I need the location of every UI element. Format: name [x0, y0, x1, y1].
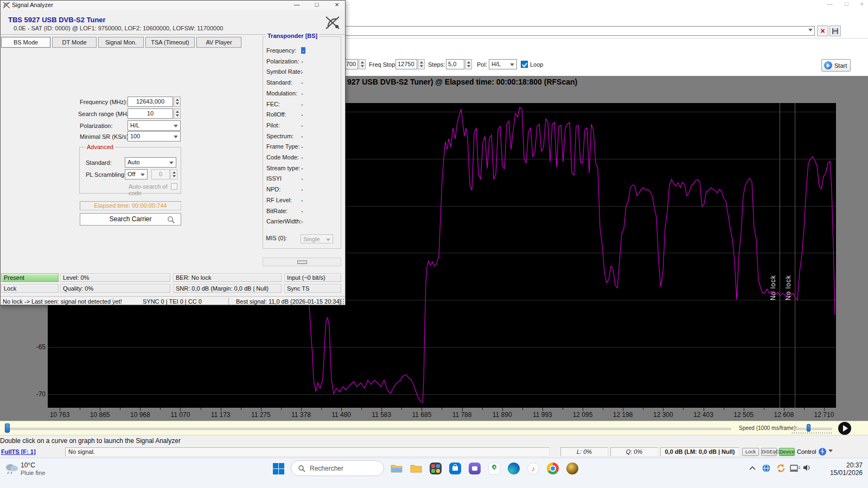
taskbar-app-file-explorer[interactable] — [390, 461, 404, 476]
frequency-input[interactable]: 12643,000 — [127, 97, 173, 107]
freq-stop-input[interactable]: 12750 — [395, 59, 417, 69]
search-carrier-button[interactable]: Search Carrier — [80, 213, 181, 226]
transponder-row-value: - — [301, 58, 303, 65]
x-minor-tick-mark — [764, 408, 764, 410]
grid-icon — [297, 260, 307, 264]
taskbar-app-music[interactable]: ♪ — [526, 461, 540, 476]
mis-select: Single — [301, 234, 333, 243]
x-tick-label: 12 300 — [653, 411, 673, 419]
pol-select[interactable]: H/L — [489, 59, 517, 69]
chart-title: 927 USB DVB-S2 Tuner) @ Elapsed time: 00… — [347, 78, 577, 86]
quality-field: Q: 0% — [610, 447, 658, 457]
steps-stepper[interactable] — [465, 59, 472, 69]
pl-code-input: 0 — [151, 169, 170, 179]
clear-list-button[interactable]: × — [817, 25, 828, 36]
tab-tsa[interactable]: TSA (Timeout) — [145, 37, 195, 48]
freq-start-stepper[interactable] — [359, 59, 366, 69]
transponder-row: Polarization:- — [266, 58, 339, 66]
laptop-plug-icon[interactable] — [790, 465, 801, 472]
steps-label: Steps: — [428, 61, 445, 68]
title-bar[interactable]: Signal Analyzer — □ × — [1, 1, 345, 10]
taskbar-app-photos[interactable] — [429, 461, 443, 476]
chevron-down-icon — [141, 174, 145, 176]
taskbar-app-chat[interactable] — [468, 461, 482, 476]
x-tick-label: 11 070 — [171, 411, 190, 419]
weather-desc[interactable]: Pluie fine — [21, 470, 45, 476]
maximize-button[interactable]: □ — [310, 1, 324, 9]
transponder-row-label: CarrierWidth: — [266, 218, 302, 224]
speed-slider-track[interactable] — [792, 428, 832, 430]
statusbar-best-signal: Best signal: 11,0 dB (2026-01-15 20:34) — [236, 298, 341, 305]
weather-icon[interactable] — [4, 463, 18, 474]
scanner-minimize-button[interactable]: — — [827, 1, 833, 7]
scanner-window-controls: — □ × — [827, 0, 864, 7]
tab-av-player[interactable]: AV Player — [196, 37, 241, 48]
device-title: TBS 5927 USB DVB-S2 Tuner — [8, 16, 106, 24]
fullts-link[interactable]: FullTS [F: 1] — [1, 448, 36, 455]
tab-signal-mon[interactable]: Signal Mon. — [98, 37, 144, 48]
transponder-row: Code Mode:- — [266, 154, 339, 162]
level-indicator: Level: 0% — [60, 273, 170, 282]
weather-temp[interactable]: 10°C — [21, 461, 35, 469]
taskbar-app-chrome[interactable] — [546, 461, 560, 476]
standard-select[interactable]: Auto — [125, 157, 176, 168]
transponder-row: RollOff:- — [266, 111, 339, 119]
scanner-maximize-button[interactable]: □ — [845, 1, 848, 7]
date: 15/01/2026 — [830, 469, 863, 477]
taskbar-search[interactable]: Rechercher — [291, 460, 384, 476]
tab-dt-mode[interactable]: DT Mode — [52, 37, 97, 48]
sync-icon[interactable] — [776, 464, 786, 473]
taskbar-app-folder[interactable] — [409, 461, 423, 476]
x-tick-label: 11 788 — [452, 411, 472, 419]
maps-icon — [488, 463, 500, 474]
search-icon — [298, 465, 305, 472]
tray-chevron-up-icon[interactable] — [749, 466, 756, 471]
steps-input[interactable]: 5,0 — [446, 59, 464, 69]
pl-scrambling-select[interactable]: Off — [125, 169, 148, 179]
frame-slider-track[interactable] — [10, 428, 731, 430]
x-minor-tick-mark — [80, 408, 80, 410]
scanner-close-button[interactable]: × — [860, 1, 864, 7]
resize-grip[interactable] — [338, 298, 344, 305]
taskbar-app-maps[interactable] — [487, 461, 501, 476]
taskbar-clock[interactable]: 20:37 15/01/2026 — [830, 461, 863, 477]
chevron-down-icon — [808, 29, 813, 31]
device-button[interactable]: Device — [779, 448, 795, 456]
playback-play-button[interactable] — [838, 422, 851, 435]
transponder-row-label: Polarization: — [266, 58, 299, 65]
search-range-stepper[interactable] — [174, 108, 181, 119]
lock-button[interactable]: Lock — [742, 448, 759, 456]
close-button[interactable]: × — [330, 1, 344, 9]
transponder-row-value: - — [301, 122, 303, 129]
freq-stop-stepper[interactable] — [418, 59, 425, 69]
tab-bs-mode[interactable]: BS Mode — [1, 37, 50, 48]
save-button[interactable] — [829, 25, 841, 36]
polarization-select[interactable]: H/L — [127, 120, 181, 131]
taskbar-app-store[interactable] — [448, 461, 462, 476]
transponder-row-label: FEC: — [266, 101, 280, 107]
transponder-group: Transponder [BS] Frequency:-Polarization… — [263, 36, 341, 249]
network-globe-icon[interactable] — [762, 464, 771, 473]
panel-toggle-button[interactable] — [263, 258, 341, 266]
minimize-button[interactable]: — — [290, 1, 304, 9]
speaker-icon[interactable] — [803, 464, 812, 472]
control-dropdown-arrow[interactable] — [828, 450, 833, 452]
advanced-label: Advanced — [85, 144, 115, 150]
chevron-down-icon — [174, 125, 178, 127]
start-button[interactable]: Start — [821, 59, 851, 72]
store-icon — [449, 463, 461, 474]
diseqc-button[interactable]: DiSEqC — [761, 448, 777, 456]
y-tick-label: -65 — [22, 343, 46, 351]
start-button[interactable] — [271, 461, 285, 476]
transponder-row: Frequency:- — [266, 47, 339, 55]
loop-checkbox[interactable] — [521, 61, 528, 68]
signal-analyzer-window: Signal Analyzer — □ × TBS 5927 USB DVB-S… — [0, 0, 346, 305]
taskbar-app-edge[interactable] — [507, 461, 521, 476]
x-tick-label: 10 865 — [90, 411, 110, 419]
speed-slider-handle[interactable] — [807, 424, 810, 432]
taskbar-app-media-player[interactable] — [565, 461, 579, 476]
minimal-sr-select[interactable]: 100 — [127, 131, 181, 142]
search-range-input[interactable]: 10 — [127, 108, 173, 119]
frequency-stepper[interactable] — [174, 97, 181, 107]
frame-slider-handle[interactable] — [5, 423, 10, 433]
